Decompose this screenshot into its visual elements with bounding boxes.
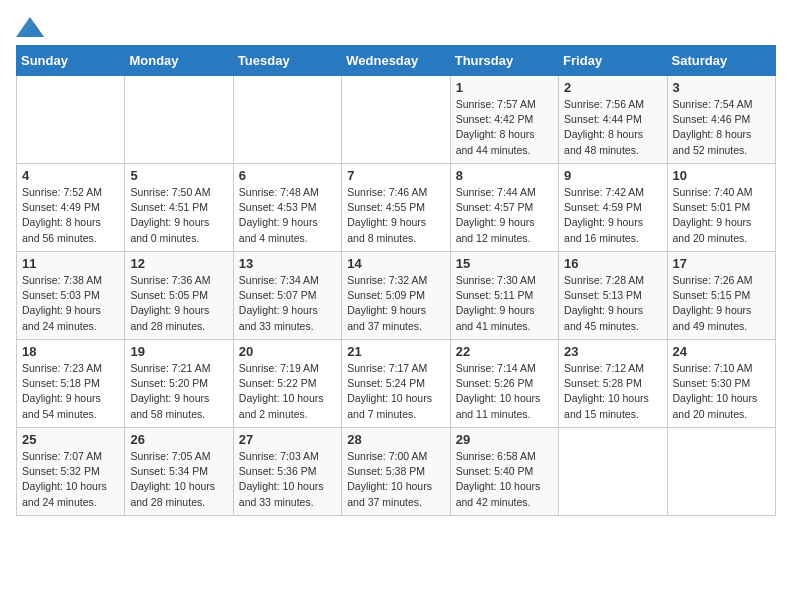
calendar-body: 1Sunrise: 7:57 AM Sunset: 4:42 PM Daylig… [17, 76, 776, 516]
day-number: 19 [130, 344, 227, 359]
calendar-cell: 12Sunrise: 7:36 AM Sunset: 5:05 PM Dayli… [125, 252, 233, 340]
week-row-3: 11Sunrise: 7:38 AM Sunset: 5:03 PM Dayli… [17, 252, 776, 340]
day-info: Sunrise: 7:10 AM Sunset: 5:30 PM Dayligh… [673, 361, 770, 422]
day-info: Sunrise: 7:05 AM Sunset: 5:34 PM Dayligh… [130, 449, 227, 510]
day-info: Sunrise: 7:12 AM Sunset: 5:28 PM Dayligh… [564, 361, 661, 422]
day-number: 14 [347, 256, 444, 271]
calendar-cell: 15Sunrise: 7:30 AM Sunset: 5:11 PM Dayli… [450, 252, 558, 340]
day-number: 29 [456, 432, 553, 447]
column-header-thursday: Thursday [450, 46, 558, 76]
calendar-cell: 6Sunrise: 7:48 AM Sunset: 4:53 PM Daylig… [233, 164, 341, 252]
day-info: Sunrise: 7:28 AM Sunset: 5:13 PM Dayligh… [564, 273, 661, 334]
calendar-header-row: SundayMondayTuesdayWednesdayThursdayFrid… [17, 46, 776, 76]
day-info: Sunrise: 7:48 AM Sunset: 4:53 PM Dayligh… [239, 185, 336, 246]
day-info: Sunrise: 7:36 AM Sunset: 5:05 PM Dayligh… [130, 273, 227, 334]
calendar-cell: 29Sunrise: 6:58 AM Sunset: 5:40 PM Dayli… [450, 428, 558, 516]
column-header-sunday: Sunday [17, 46, 125, 76]
calendar-cell [342, 76, 450, 164]
calendar-cell: 13Sunrise: 7:34 AM Sunset: 5:07 PM Dayli… [233, 252, 341, 340]
day-number: 15 [456, 256, 553, 271]
day-number: 7 [347, 168, 444, 183]
week-row-5: 25Sunrise: 7:07 AM Sunset: 5:32 PM Dayli… [17, 428, 776, 516]
day-number: 21 [347, 344, 444, 359]
column-header-wednesday: Wednesday [342, 46, 450, 76]
week-row-1: 1Sunrise: 7:57 AM Sunset: 4:42 PM Daylig… [17, 76, 776, 164]
logo [16, 16, 48, 37]
day-info: Sunrise: 7:40 AM Sunset: 5:01 PM Dayligh… [673, 185, 770, 246]
calendar-cell: 24Sunrise: 7:10 AM Sunset: 5:30 PM Dayli… [667, 340, 775, 428]
calendar-cell: 25Sunrise: 7:07 AM Sunset: 5:32 PM Dayli… [17, 428, 125, 516]
logo-icon [16, 17, 44, 37]
calendar-cell: 28Sunrise: 7:00 AM Sunset: 5:38 PM Dayli… [342, 428, 450, 516]
day-info: Sunrise: 7:17 AM Sunset: 5:24 PM Dayligh… [347, 361, 444, 422]
day-info: Sunrise: 7:50 AM Sunset: 4:51 PM Dayligh… [130, 185, 227, 246]
calendar-table: SundayMondayTuesdayWednesdayThursdayFrid… [16, 45, 776, 516]
day-number: 17 [673, 256, 770, 271]
calendar-cell: 8Sunrise: 7:44 AM Sunset: 4:57 PM Daylig… [450, 164, 558, 252]
day-info: Sunrise: 7:00 AM Sunset: 5:38 PM Dayligh… [347, 449, 444, 510]
day-number: 4 [22, 168, 119, 183]
calendar-cell: 9Sunrise: 7:42 AM Sunset: 4:59 PM Daylig… [559, 164, 667, 252]
calendar-cell [125, 76, 233, 164]
day-info: Sunrise: 7:42 AM Sunset: 4:59 PM Dayligh… [564, 185, 661, 246]
column-header-friday: Friday [559, 46, 667, 76]
day-number: 6 [239, 168, 336, 183]
page-header [16, 16, 776, 37]
calendar-cell: 18Sunrise: 7:23 AM Sunset: 5:18 PM Dayli… [17, 340, 125, 428]
day-number: 10 [673, 168, 770, 183]
calendar-cell: 27Sunrise: 7:03 AM Sunset: 5:36 PM Dayli… [233, 428, 341, 516]
column-header-monday: Monday [125, 46, 233, 76]
day-number: 22 [456, 344, 553, 359]
day-info: Sunrise: 7:26 AM Sunset: 5:15 PM Dayligh… [673, 273, 770, 334]
calendar-cell: 16Sunrise: 7:28 AM Sunset: 5:13 PM Dayli… [559, 252, 667, 340]
day-number: 1 [456, 80, 553, 95]
week-row-2: 4Sunrise: 7:52 AM Sunset: 4:49 PM Daylig… [17, 164, 776, 252]
day-info: Sunrise: 7:44 AM Sunset: 4:57 PM Dayligh… [456, 185, 553, 246]
day-number: 25 [22, 432, 119, 447]
day-info: Sunrise: 7:14 AM Sunset: 5:26 PM Dayligh… [456, 361, 553, 422]
day-number: 3 [673, 80, 770, 95]
calendar-cell: 21Sunrise: 7:17 AM Sunset: 5:24 PM Dayli… [342, 340, 450, 428]
day-number: 20 [239, 344, 336, 359]
calendar-cell [559, 428, 667, 516]
column-header-saturday: Saturday [667, 46, 775, 76]
calendar-cell: 5Sunrise: 7:50 AM Sunset: 4:51 PM Daylig… [125, 164, 233, 252]
day-info: Sunrise: 7:32 AM Sunset: 5:09 PM Dayligh… [347, 273, 444, 334]
day-info: Sunrise: 7:46 AM Sunset: 4:55 PM Dayligh… [347, 185, 444, 246]
day-number: 27 [239, 432, 336, 447]
day-info: Sunrise: 7:57 AM Sunset: 4:42 PM Dayligh… [456, 97, 553, 158]
day-number: 9 [564, 168, 661, 183]
day-info: Sunrise: 7:38 AM Sunset: 5:03 PM Dayligh… [22, 273, 119, 334]
calendar-cell: 19Sunrise: 7:21 AM Sunset: 5:20 PM Dayli… [125, 340, 233, 428]
calendar-cell: 14Sunrise: 7:32 AM Sunset: 5:09 PM Dayli… [342, 252, 450, 340]
day-info: Sunrise: 7:52 AM Sunset: 4:49 PM Dayligh… [22, 185, 119, 246]
calendar-cell: 7Sunrise: 7:46 AM Sunset: 4:55 PM Daylig… [342, 164, 450, 252]
day-number: 16 [564, 256, 661, 271]
day-number: 26 [130, 432, 227, 447]
day-info: Sunrise: 7:54 AM Sunset: 4:46 PM Dayligh… [673, 97, 770, 158]
day-info: Sunrise: 7:21 AM Sunset: 5:20 PM Dayligh… [130, 361, 227, 422]
day-number: 11 [22, 256, 119, 271]
column-header-tuesday: Tuesday [233, 46, 341, 76]
calendar-cell [17, 76, 125, 164]
day-info: Sunrise: 7:30 AM Sunset: 5:11 PM Dayligh… [456, 273, 553, 334]
calendar-cell: 22Sunrise: 7:14 AM Sunset: 5:26 PM Dayli… [450, 340, 558, 428]
day-number: 5 [130, 168, 227, 183]
calendar-cell: 11Sunrise: 7:38 AM Sunset: 5:03 PM Dayli… [17, 252, 125, 340]
day-info: Sunrise: 6:58 AM Sunset: 5:40 PM Dayligh… [456, 449, 553, 510]
calendar-cell: 10Sunrise: 7:40 AM Sunset: 5:01 PM Dayli… [667, 164, 775, 252]
day-number: 8 [456, 168, 553, 183]
day-info: Sunrise: 7:03 AM Sunset: 5:36 PM Dayligh… [239, 449, 336, 510]
day-info: Sunrise: 7:19 AM Sunset: 5:22 PM Dayligh… [239, 361, 336, 422]
calendar-cell: 20Sunrise: 7:19 AM Sunset: 5:22 PM Dayli… [233, 340, 341, 428]
day-info: Sunrise: 7:07 AM Sunset: 5:32 PM Dayligh… [22, 449, 119, 510]
day-number: 13 [239, 256, 336, 271]
day-number: 28 [347, 432, 444, 447]
calendar-cell [667, 428, 775, 516]
calendar-cell: 2Sunrise: 7:56 AM Sunset: 4:44 PM Daylig… [559, 76, 667, 164]
day-number: 12 [130, 256, 227, 271]
calendar-cell: 4Sunrise: 7:52 AM Sunset: 4:49 PM Daylig… [17, 164, 125, 252]
day-number: 18 [22, 344, 119, 359]
week-row-4: 18Sunrise: 7:23 AM Sunset: 5:18 PM Dayli… [17, 340, 776, 428]
calendar-cell: 3Sunrise: 7:54 AM Sunset: 4:46 PM Daylig… [667, 76, 775, 164]
